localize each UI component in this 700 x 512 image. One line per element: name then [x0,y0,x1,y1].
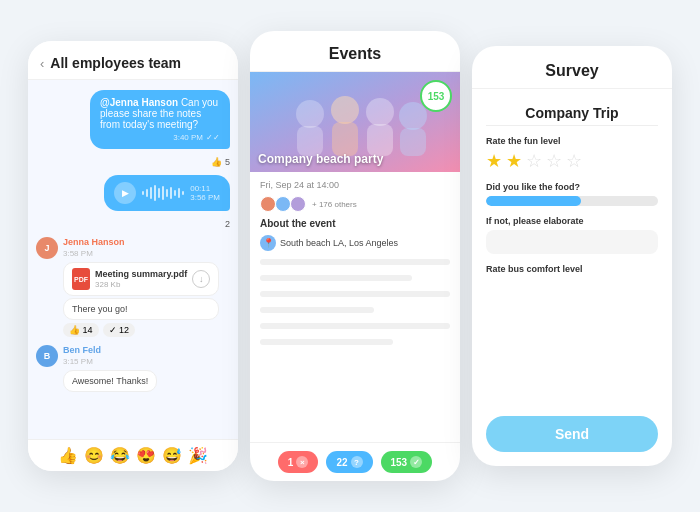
tab-22-label: 22 [336,457,347,468]
avatar-ben: B [36,345,58,367]
jenna-time: 3:58 PM [63,249,219,258]
ben-time: 3:15 PM [63,357,157,366]
reaction-thumbs[interactable]: 👍 14 [63,323,99,337]
location-icon: 📍 [260,235,276,251]
emoji-thumbs[interactable]: 👍 [58,446,78,465]
attendee-avatar-3 [290,196,306,212]
pdf-icon: PDF [72,268,90,290]
chat-header: ‹ All employees team [28,41,238,80]
star-4[interactable]: ☆ [546,150,562,172]
events-tabs: 1 × 22 ? 153 ✓ [250,442,460,481]
bubble-meta: 3:40 PM ✓✓ [100,133,220,142]
star-2[interactable]: ★ [506,150,522,172]
survey-title: Survey [472,46,672,89]
ben-bubble-wrap: Ben Feld 3:15 PM Awesome! Thanks! [63,345,157,392]
chat-panel: ‹ All employees team @Jenna Hanson Can y… [28,41,238,471]
tab-153-label: 153 [391,457,408,468]
events-title: Events [250,31,460,72]
send-button[interactable]: Send [486,416,658,452]
jenna-text: There you go! [63,298,219,320]
ben-text: Awesome! Thanks! [63,370,157,392]
tab-1-label: 1 [288,457,294,468]
jenna-bubble-wrap: Jenna Hanson 3:58 PM PDF Meeting summary… [63,237,219,337]
voice-bubble: ▶ 00:113:56 PM [104,175,230,211]
fun-level-section: Rate the fun level ★ ★ ☆ ☆ ☆ [486,136,658,172]
emoji-laugh[interactable]: 😂 [110,446,130,465]
content-line-1 [260,259,450,265]
reaction-check[interactable]: ✓ 12 [103,323,136,337]
tab-1-close[interactable]: × [296,456,308,468]
food-bar-fill [486,196,581,206]
fun-level-label: Rate the fun level [486,136,658,146]
food-bar [486,196,658,206]
emoji-bar: 👍 😊 😂 😍 😅 🎉 [28,439,238,471]
tab-22[interactable]: 22 ? [326,451,372,473]
elaborate-input[interactable] [486,230,658,254]
avatar-jenna: J [36,237,58,259]
jenna-reactions: 👍 14 ✓ 12 [63,323,219,337]
content-line-5 [260,323,450,329]
chat-title: All employees team [50,55,181,71]
bus-label: Rate bus comfort level [486,264,658,274]
tab-22-close[interactable]: ? [351,456,363,468]
tab-153-close[interactable]: ✓ [410,456,422,468]
event-date: Fri, Sep 24 at 14:00 [260,180,339,190]
event-avatars: + 176 others [260,196,450,212]
sender-ben: Ben Feld [63,345,157,355]
food-section: Did you like the food? [486,182,658,206]
emoji-party[interactable]: 🎉 [188,446,208,465]
msg-time: 3:40 PM [173,133,203,142]
location-row: 📍 South beach LA, Los Angeles [260,235,450,251]
emoji-smile[interactable]: 😊 [84,446,104,465]
event-body: Fri, Sep 24 at 14:00 + 176 others About … [250,172,460,442]
sender-jenna: Jenna Hanson [63,237,219,247]
sent-bubble: @Jenna Hanson Can you please share the n… [90,90,230,149]
attendee-avatar-1 [260,196,276,212]
star-3[interactable]: ☆ [526,150,542,172]
attendee-count: + 176 others [312,200,357,209]
play-button[interactable]: ▶ [114,182,136,204]
events-panel: Events 153 Company beach party [250,31,460,481]
tab-1[interactable]: 1 × [278,451,319,473]
emoji-sweat[interactable]: 😅 [162,446,182,465]
file-bubble: PDF Meeting summary.pdf 328 Kb ↓ [63,262,219,296]
emoji-heart[interactable]: 😍 [136,446,156,465]
msg-jenna: J Jenna Hanson 3:58 PM PDF Meeting summa… [36,237,230,337]
content-line-4 [260,307,374,313]
read-icon: ✓✓ [206,133,220,142]
stars-row: ★ ★ ☆ ☆ ☆ [486,150,658,172]
svg-point-3 [331,96,359,124]
content-line-2 [260,275,412,281]
about-label: About the event [260,218,450,229]
bus-section: Rate bus comfort level [486,264,658,274]
file-size: 328 Kb [95,280,187,289]
voice-wave [142,183,184,203]
event-badge: 153 [420,80,452,112]
event-image: 153 Company beach party [250,72,460,172]
msg-ben: B Ben Feld 3:15 PM Awesome! Thanks! [36,345,230,392]
attendee-avatar-2 [275,196,291,212]
svg-rect-8 [400,128,426,156]
file-name: Meeting summary.pdf [95,269,187,279]
svg-point-1 [296,100,324,128]
voice-meta: 00:113:56 PM [190,184,220,202]
trip-title: Company Trip [486,99,658,126]
svg-point-5 [366,98,394,126]
file-info: Meeting summary.pdf 328 Kb [95,269,187,289]
food-label: Did you like the food? [486,182,658,192]
download-button[interactable]: ↓ [192,270,210,288]
elaborate-label: If not, please elaborate [486,216,658,226]
voice-reaction: 2 [225,219,230,229]
star-1[interactable]: ★ [486,150,502,172]
mention: @Jenna Hanson [100,97,178,108]
chat-body: @Jenna Hanson Can you please share the n… [28,80,238,439]
survey-panel: Survey Company Trip Rate the fun level ★… [472,46,672,466]
survey-body: Company Trip Rate the fun level ★ ★ ☆ ☆ … [472,89,672,410]
location-text: South beach LA, Los Angeles [280,238,398,248]
tab-153[interactable]: 153 ✓ [381,451,433,473]
elaborate-section: If not, please elaborate [486,216,658,254]
star-5[interactable]: ☆ [566,150,582,172]
back-icon[interactable]: ‹ [40,56,44,71]
content-line-6 [260,339,393,345]
event-image-label: Company beach party [250,146,391,172]
